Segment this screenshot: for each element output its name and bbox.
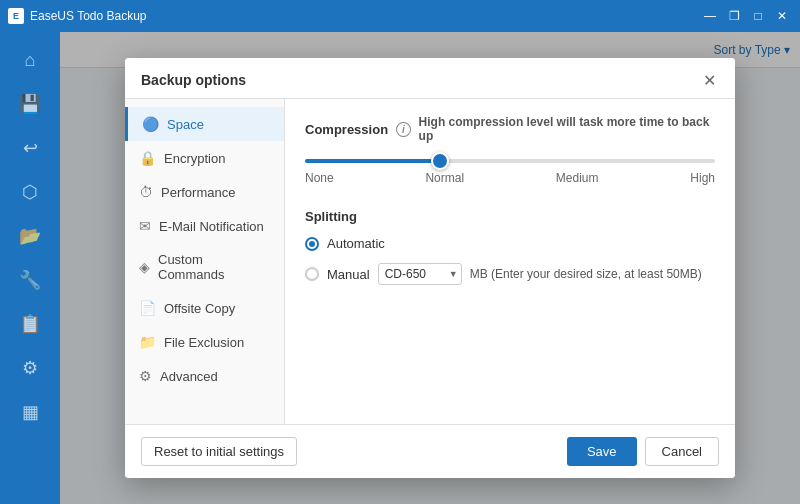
sidebar-restore-icon[interactable]: ↩ xyxy=(10,128,50,168)
compression-slider-container: None Normal Medium High xyxy=(305,159,715,185)
automatic-radio-circle[interactable] xyxy=(305,237,319,251)
app-body: ⌂ 💾 ↩ ⬡ 📂 🔧 📋 ⚙ ▦ Sort by Type ▾ Backup … xyxy=(0,32,800,504)
reset-initial-settings-button[interactable]: Reset to initial settings xyxy=(141,437,297,466)
sidebar-grid-icon[interactable]: ▦ xyxy=(10,392,50,432)
sidebar-settings-icon[interactable]: ⚙ xyxy=(10,348,50,388)
dialog-overlay: Backup options ✕ 🔵 Space 🔒 Encryption xyxy=(60,32,800,504)
sidebar: ⌂ 💾 ↩ ⬡ 📂 🔧 📋 ⚙ ▦ xyxy=(0,32,60,504)
slider-label-high: High xyxy=(690,171,715,185)
app-title: EaseUS Todo Backup xyxy=(30,9,147,23)
splitting-section: Splitting Automatic Manual xyxy=(305,209,715,285)
dialog-title: Backup options xyxy=(141,72,246,88)
close-button[interactable]: ✕ xyxy=(772,6,792,26)
nav-item-space[interactable]: 🔵 Space xyxy=(125,107,284,141)
slider-label-none: None xyxy=(305,171,334,185)
compression-slider-labels: None Normal Medium High xyxy=(305,171,715,185)
nav-item-advanced[interactable]: ⚙ Advanced xyxy=(125,359,284,393)
compression-section-header: Compression i High compression level wil… xyxy=(305,115,715,143)
restore-button[interactable]: ❐ xyxy=(724,6,744,26)
exclusion-nav-icon: 📁 xyxy=(139,334,156,350)
sidebar-backup-icon[interactable]: 💾 xyxy=(10,84,50,124)
backup-options-dialog: Backup options ✕ 🔵 Space 🔒 Encryption xyxy=(125,58,735,478)
manual-size-select-wrapper: CD-650 CD-700 DVD-4.7G DVD-8.5G Custom ▼ xyxy=(378,263,462,285)
sidebar-home-icon[interactable]: ⌂ xyxy=(10,40,50,80)
dialog-titlebar: Backup options ✕ xyxy=(125,58,735,99)
minimize-button[interactable]: — xyxy=(700,6,720,26)
dialog-content-panel: Compression i High compression level wil… xyxy=(285,99,735,424)
nav-item-file-exclusion[interactable]: 📁 File Exclusion xyxy=(125,325,284,359)
splitting-radio-group: Automatic Manual CD-650 CD-7 xyxy=(305,236,715,285)
splitting-title: Splitting xyxy=(305,209,715,224)
compression-slider-track[interactable] xyxy=(305,159,715,163)
nav-item-encryption[interactable]: 🔒 Encryption xyxy=(125,141,284,175)
compression-slider-thumb[interactable] xyxy=(431,152,449,170)
manual-radio-label: Manual xyxy=(327,267,370,282)
performance-nav-icon: ⏱ xyxy=(139,184,153,200)
app-titlebar: E EaseUS Todo Backup — ❐ □ ✕ xyxy=(0,0,800,32)
main-content: Sort by Type ▾ Backup options ✕ 🔵 Space xyxy=(60,32,800,504)
dialog-nav: 🔵 Space 🔒 Encryption ⏱ Performance ✉ xyxy=(125,99,285,424)
encryption-nav-icon: 🔒 xyxy=(139,150,156,166)
sidebar-tools-icon[interactable]: 🔧 xyxy=(10,260,50,300)
cancel-button[interactable]: Cancel xyxy=(645,437,719,466)
manual-size-select[interactable]: CD-650 CD-700 DVD-4.7G DVD-8.5G Custom xyxy=(378,263,462,285)
offsite-nav-icon: 📄 xyxy=(139,300,156,316)
compression-info-icon: i xyxy=(396,122,410,137)
nav-item-offsite[interactable]: 📄 Offsite Copy xyxy=(125,291,284,325)
automatic-radio-label: Automatic xyxy=(327,236,385,251)
compression-info-text: High compression level will task more ti… xyxy=(419,115,715,143)
compression-label: Compression xyxy=(305,122,388,137)
slider-label-normal: Normal xyxy=(425,171,464,185)
manual-radio-item[interactable]: Manual CD-650 CD-700 DVD-4.7G DVD-8.5G C… xyxy=(305,263,715,285)
dialog-close-button[interactable]: ✕ xyxy=(699,70,719,90)
titlebar-controls: — ❐ □ ✕ xyxy=(700,6,792,26)
email-nav-icon: ✉ xyxy=(139,218,151,234)
automatic-radio-item[interactable]: Automatic xyxy=(305,236,715,251)
advanced-nav-icon: ⚙ xyxy=(139,368,152,384)
compression-slider-fill xyxy=(305,159,440,163)
maximize-button[interactable]: □ xyxy=(748,6,768,26)
footer-right-buttons: Save Cancel xyxy=(567,437,719,466)
nav-item-custom-commands[interactable]: ◈ Custom Commands xyxy=(125,243,284,291)
dialog-body: 🔵 Space 🔒 Encryption ⏱ Performance ✉ xyxy=(125,99,735,424)
dialog-footer: Reset to initial settings Save Cancel xyxy=(125,424,735,478)
custom-nav-icon: ◈ xyxy=(139,259,150,275)
nav-item-email[interactable]: ✉ E-Mail Notification xyxy=(125,209,284,243)
app-icon: E xyxy=(8,8,24,24)
nav-item-performance[interactable]: ⏱ Performance xyxy=(125,175,284,209)
mb-hint-text: MB (Enter your desired size, at least 50… xyxy=(470,267,702,281)
slider-label-medium: Medium xyxy=(556,171,599,185)
sidebar-clone-icon[interactable]: ⬡ xyxy=(10,172,50,212)
space-nav-icon: 🔵 xyxy=(142,116,159,132)
sidebar-browse-icon[interactable]: 📂 xyxy=(10,216,50,256)
save-button[interactable]: Save xyxy=(567,437,637,466)
manual-radio-circle[interactable] xyxy=(305,267,319,281)
sidebar-news-icon[interactable]: 📋 xyxy=(10,304,50,344)
